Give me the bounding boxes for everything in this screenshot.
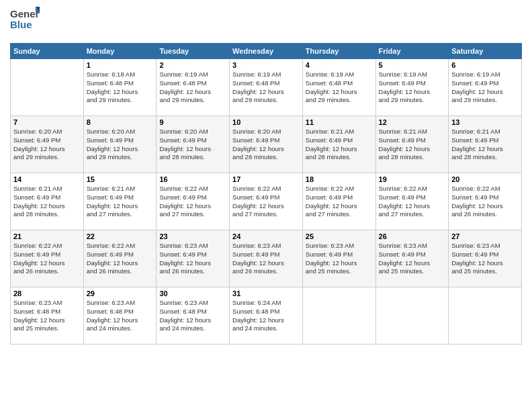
day-info-line: Sunset: 6:49 PM	[13, 250, 81, 259]
calendar-week-2: 7Sunrise: 6:20 AMSunset: 6:49 PMDaylight…	[11, 116, 522, 173]
day-info-line: Sunset: 6:49 PM	[232, 193, 300, 202]
day-number: 31	[232, 289, 300, 298]
day-info: Sunrise: 6:22 AMSunset: 6:49 PMDaylight:…	[306, 185, 373, 219]
day-number: 24	[232, 232, 300, 240]
day-info-line: Daylight: 12 hours	[87, 145, 154, 154]
day-info-line: Sunset: 6:49 PM	[13, 193, 81, 202]
day-info-line: Sunset: 6:49 PM	[451, 136, 519, 145]
table-row	[11, 59, 84, 116]
table-row: 23Sunrise: 6:23 AMSunset: 6:49 PMDayligh…	[157, 230, 230, 287]
day-info: Sunrise: 6:22 AMSunset: 6:49 PMDaylight:…	[451, 185, 519, 219]
day-info: Sunrise: 6:21 AMSunset: 6:49 PMDaylight:…	[379, 128, 446, 162]
day-info-line: Sunset: 6:49 PM	[159, 136, 226, 145]
day-info-line: Sunset: 6:49 PM	[87, 193, 154, 202]
day-info: Sunrise: 6:23 AMSunset: 6:49 PMDaylight:…	[232, 242, 300, 276]
day-info-line: Daylight: 12 hours	[232, 316, 300, 325]
day-info: Sunrise: 6:23 AMSunset: 6:49 PMDaylight:…	[159, 242, 226, 276]
table-row: 9Sunrise: 6:20 AMSunset: 6:49 PMDaylight…	[157, 116, 230, 173]
day-number: 10	[232, 118, 300, 126]
col-wednesday: Wednesday	[230, 44, 303, 59]
day-info-line: Sunset: 6:49 PM	[451, 79, 519, 88]
day-info-line: Daylight: 12 hours	[451, 88, 519, 97]
day-number: 16	[159, 175, 226, 183]
table-row: 12Sunrise: 6:21 AMSunset: 6:49 PMDayligh…	[375, 116, 449, 173]
table-row: 26Sunrise: 6:23 AMSunset: 6:49 PMDayligh…	[375, 230, 449, 287]
table-row: 30Sunrise: 6:23 AMSunset: 6:48 PMDayligh…	[157, 287, 230, 345]
day-info-line: and 26 minutes.	[232, 267, 300, 276]
table-row: 28Sunrise: 6:23 AMSunset: 6:48 PMDayligh…	[11, 287, 84, 345]
day-info-line: Sunrise: 6:21 AM	[306, 128, 373, 136]
table-row: 29Sunrise: 6:23 AMSunset: 6:48 PMDayligh…	[83, 287, 157, 345]
day-info-line: Daylight: 12 hours	[159, 259, 226, 268]
day-info: Sunrise: 6:21 AMSunset: 6:49 PMDaylight:…	[87, 185, 154, 219]
day-number: 12	[379, 118, 446, 126]
table-row: 2Sunrise: 6:19 AMSunset: 6:48 PMDaylight…	[157, 59, 230, 116]
day-number: 1	[87, 61, 154, 69]
day-info-line: Sunset: 6:48 PM	[306, 79, 373, 88]
day-number: 9	[159, 118, 226, 126]
day-info-line: Sunset: 6:48 PM	[87, 79, 154, 88]
day-info-line: and 25 minutes.	[379, 267, 446, 276]
day-info: Sunrise: 6:19 AMSunset: 6:49 PMDaylight:…	[451, 71, 519, 105]
day-number: 6	[451, 61, 519, 69]
day-info-line: and 26 minutes.	[13, 267, 81, 276]
day-info-line: and 28 minutes.	[451, 153, 519, 162]
day-info: Sunrise: 6:19 AMSunset: 6:49 PMDaylight:…	[379, 71, 446, 105]
calendar-week-5: 28Sunrise: 6:23 AMSunset: 6:48 PMDayligh…	[11, 287, 522, 345]
day-info-line: Sunset: 6:49 PM	[87, 250, 154, 259]
day-info-line: and 28 minutes.	[159, 153, 226, 162]
day-info-line: and 29 minutes.	[451, 96, 519, 105]
day-info-line: Daylight: 12 hours	[306, 145, 373, 154]
day-info-line: Sunrise: 6:22 AM	[13, 242, 81, 250]
day-info-line: Sunset: 6:49 PM	[232, 136, 300, 145]
table-row: 18Sunrise: 6:22 AMSunset: 6:49 PMDayligh…	[302, 173, 375, 230]
table-row: 25Sunrise: 6:23 AMSunset: 6:49 PMDayligh…	[302, 230, 375, 287]
day-info-line: Sunrise: 6:22 AM	[379, 185, 446, 193]
day-info-line: Daylight: 12 hours	[13, 145, 81, 154]
day-info-line: and 29 minutes.	[379, 96, 446, 105]
table-row: 22Sunrise: 6:22 AMSunset: 6:49 PMDayligh…	[83, 230, 157, 287]
day-number: 18	[306, 175, 373, 183]
day-number: 8	[87, 118, 154, 126]
day-info-line: Sunset: 6:48 PM	[13, 308, 81, 316]
day-info-line: Sunset: 6:49 PM	[159, 250, 226, 259]
day-number: 27	[451, 232, 519, 240]
day-info-line: Sunrise: 6:19 AM	[232, 71, 300, 79]
day-info-line: and 24 minutes.	[232, 324, 300, 333]
day-info-line: Daylight: 12 hours	[159, 88, 226, 97]
day-number: 29	[87, 289, 154, 298]
table-row: 14Sunrise: 6:21 AMSunset: 6:49 PMDayligh…	[11, 173, 84, 230]
day-info-line: Daylight: 12 hours	[306, 259, 373, 268]
day-info: Sunrise: 6:21 AMSunset: 6:49 PMDaylight:…	[306, 128, 373, 162]
day-info-line: and 29 minutes.	[87, 153, 154, 162]
day-number: 20	[451, 175, 519, 183]
calendar-week-1: 1Sunrise: 6:18 AMSunset: 6:48 PMDaylight…	[11, 59, 522, 116]
page: General Blue Sunday Monday Tuesday Wedne…	[0, 0, 532, 411]
day-info: Sunrise: 6:23 AMSunset: 6:49 PMDaylight:…	[306, 242, 373, 276]
day-info-line: Daylight: 12 hours	[451, 202, 519, 211]
day-info-line: Daylight: 12 hours	[87, 88, 154, 97]
day-number: 11	[306, 118, 373, 126]
logo: General Blue	[10, 7, 40, 38]
general-blue-logo: General Blue	[10, 7, 40, 35]
day-number: 28	[13, 289, 81, 298]
table-row: 24Sunrise: 6:23 AMSunset: 6:49 PMDayligh…	[230, 230, 303, 287]
svg-text:Blue: Blue	[10, 19, 32, 30]
table-row: 1Sunrise: 6:18 AMSunset: 6:48 PMDaylight…	[83, 59, 157, 116]
col-sunday: Sunday	[11, 44, 84, 59]
day-info-line: Sunrise: 6:20 AM	[87, 128, 154, 136]
day-info: Sunrise: 6:23 AMSunset: 6:48 PMDaylight:…	[87, 299, 154, 333]
day-info-line: Sunset: 6:48 PM	[87, 308, 154, 316]
day-info-line: Daylight: 12 hours	[451, 145, 519, 154]
day-info-line: Sunrise: 6:22 AM	[306, 185, 373, 193]
day-info-line: Sunrise: 6:23 AM	[159, 242, 226, 250]
table-row: 20Sunrise: 6:22 AMSunset: 6:49 PMDayligh…	[449, 173, 522, 230]
day-info: Sunrise: 6:20 AMSunset: 6:49 PMDaylight:…	[232, 128, 300, 162]
day-info: Sunrise: 6:20 AMSunset: 6:49 PMDaylight:…	[87, 128, 154, 162]
day-number: 4	[306, 61, 373, 69]
day-info: Sunrise: 6:23 AMSunset: 6:48 PMDaylight:…	[159, 299, 226, 333]
header: General Blue	[10, 7, 522, 38]
day-number: 14	[13, 175, 81, 183]
day-info-line: Daylight: 12 hours	[232, 202, 300, 211]
day-info-line: Sunrise: 6:23 AM	[159, 299, 226, 308]
